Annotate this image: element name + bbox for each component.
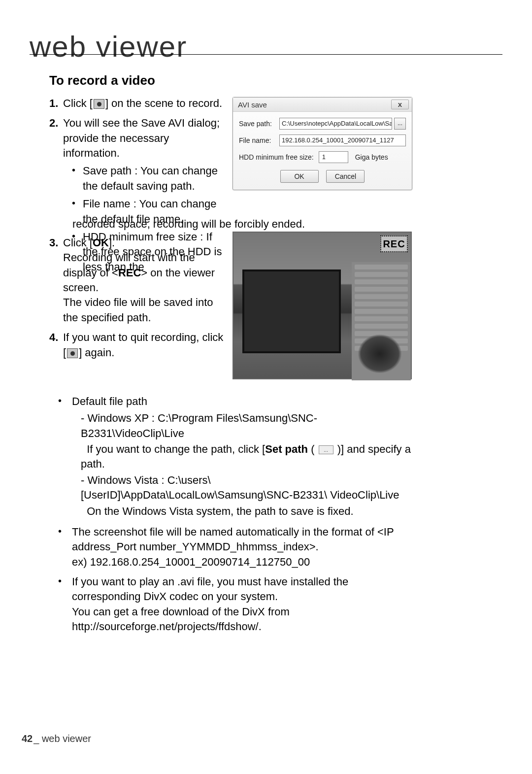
- text: (: [308, 443, 318, 455]
- dialog-close-button[interactable]: x: [391, 100, 409, 109]
- set-path-bold: Set path: [265, 443, 308, 455]
- bullet-dot: •: [72, 164, 83, 194]
- sub-a: Save path : You can change the default s…: [83, 164, 227, 194]
- lower-bullets: • Default file path - Windows XP : C:\Pr…: [58, 394, 413, 639]
- vista-path: - Windows Vista : C:\users\[UserID]\AppD…: [81, 473, 413, 503]
- hdd-size-input[interactable]: 1: [319, 151, 348, 163]
- text: The video file will be saved into the sp…: [63, 296, 213, 323]
- page-number: 42: [22, 733, 33, 744]
- xp-path: - Windows XP : C:\Program Files\Samsung\…: [81, 411, 413, 441]
- avi-save-dialog: AVI save x Save path: C:\Users\notepc\Ap…: [233, 97, 412, 190]
- bullet-dot: •: [58, 394, 72, 520]
- text: Click [: [63, 236, 93, 249]
- step-num: 3.: [49, 236, 63, 325]
- hdd-unit: Giga bytes: [355, 153, 388, 161]
- default-path-title: Default file path: [72, 395, 147, 407]
- file-name-label: File name:: [239, 136, 279, 144]
- footer-label: _ web viewer: [33, 733, 91, 744]
- window-graphic: [242, 269, 341, 353]
- naming-example: ex) 192.168.0.254_10001_20090714_112750_…: [72, 556, 310, 568]
- save-path-label: Save path:: [239, 120, 279, 128]
- naming-line1: The screenshot file will be named automa…: [72, 526, 394, 553]
- vista-note: On the Windows Vista system, the path to…: [81, 504, 413, 519]
- rec-bold: REC: [118, 267, 141, 279]
- section-heading: To record a video: [49, 73, 155, 88]
- file-name-input[interactable]: 192.168.0.254_10001_20090714_1127: [279, 135, 406, 146]
- step-3-content: Click [OK]. Recording will start with th…: [63, 236, 227, 325]
- ok-button[interactable]: OK: [280, 170, 319, 183]
- page-title: web viewer: [30, 30, 187, 64]
- page-footer: 42_ web viewer: [22, 733, 91, 744]
- cancel-button[interactable]: Cancel: [326, 170, 365, 183]
- step-num: 1.: [49, 96, 63, 111]
- rec-indicator: REC: [380, 236, 408, 252]
- step-4-content: If you want to quit recording, click [] …: [63, 330, 227, 360]
- hdd-label: HDD minimum free size:: [239, 153, 314, 161]
- codec-line1: If you want to play an .avi file, you mu…: [72, 575, 348, 603]
- title-rule: [30, 54, 502, 55]
- hdd-overflow-line: recorded space, recording will be forcib…: [72, 217, 417, 232]
- viewer-preview: REC: [233, 232, 412, 379]
- step-num: 4.: [49, 330, 63, 360]
- instruction-list-34: 3. Click [OK]. Recording will start with…: [49, 236, 227, 360]
- set-path-icon: ...: [319, 445, 333, 454]
- text: Click [: [63, 97, 93, 109]
- save-path-input[interactable]: C:\Users\notepc\AppData\LocalLow\Sam: [279, 118, 392, 130]
- record-icon: [94, 99, 104, 109]
- ok-bold: OK: [93, 236, 109, 249]
- browse-button[interactable]: ...: [394, 118, 406, 130]
- text: ] on the scene to record.: [105, 97, 222, 109]
- dialog-title: AVI save: [238, 101, 267, 109]
- text: ].: [109, 236, 115, 249]
- dialog-titlebar: AVI save x: [233, 98, 412, 112]
- bullet-dot: •: [58, 574, 72, 634]
- text: On the Windows Vista system, the path to…: [87, 505, 353, 517]
- text: ] again.: [79, 346, 114, 359]
- record-icon: [67, 348, 78, 358]
- xp-change: If you want to change the path, click [S…: [81, 442, 413, 472]
- bullet-dot: •: [58, 525, 72, 570]
- plant-graphic: [358, 334, 402, 373]
- step-1-content: Click [] on the scene to record.: [63, 96, 227, 111]
- text: If you want to change the path, click [: [87, 443, 265, 455]
- text: You will see the Save AVI dialog; provid…: [63, 117, 220, 159]
- codec-line2: You can get a free download of the DivX …: [72, 606, 290, 633]
